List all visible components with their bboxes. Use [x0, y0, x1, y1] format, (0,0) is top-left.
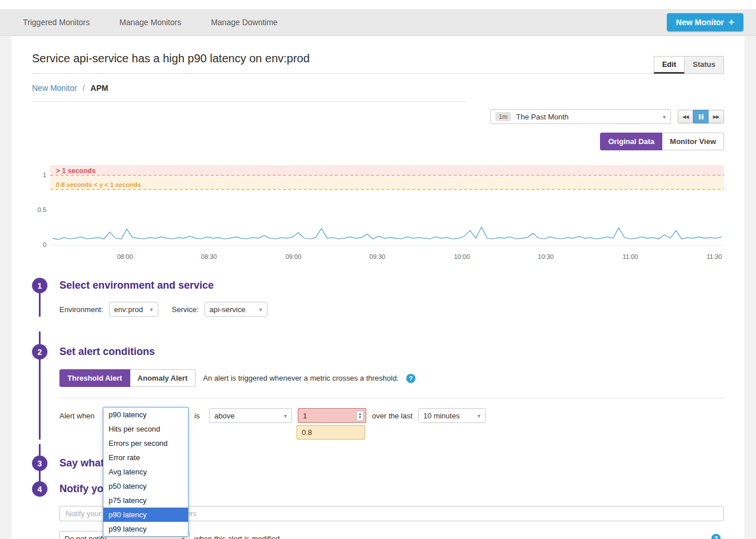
chevron-down-icon: ▾ — [284, 413, 287, 419]
metric-option[interactable]: Avg latency — [103, 465, 188, 479]
nav-manage-monitors[interactable]: Manage Monitors — [119, 18, 181, 27]
condition-select[interactable]: above ▾ — [209, 408, 292, 423]
tab-edit[interactable]: Edit — [654, 56, 685, 74]
nav-manage-downtime[interactable]: Manage Downtime — [211, 18, 278, 27]
alert-zone-label: > 1 seconds — [56, 167, 96, 175]
latency-chart: 1 0.5 0 > 1 seconds 0.8 seconds < y < 1 … — [32, 164, 724, 264]
time-window-value: 10 minutes — [423, 412, 460, 420]
alert-when-label: Alert when — [59, 412, 97, 420]
rewind-button[interactable]: ◀◀ — [678, 110, 693, 123]
metric-option[interactable]: Error rate — [103, 450, 188, 465]
new-monitor-button[interactable]: New Monitor + — [667, 13, 743, 31]
metric-select-anchor: p90 latency Hits per second Errors per s… — [103, 408, 189, 423]
page-top-gutter — [0, 0, 756, 9]
x-axis-tick: 09:30 — [370, 253, 386, 260]
chevron-down-icon: ▾ — [259, 306, 262, 313]
section-divider — [32, 101, 466, 102]
pause-button[interactable] — [693, 110, 709, 123]
x-axis-tick: 10:00 — [454, 253, 470, 260]
metric-option[interactable]: Errors per second — [103, 436, 188, 450]
step-select-environment: 1 Select environment and service Environ… — [32, 278, 724, 317]
step-2-header: 2 Set alert conditions — [32, 344, 724, 360]
monitor-view-button[interactable]: Monitor View — [662, 133, 724, 150]
metric-option[interactable]: p75 latency — [103, 493, 188, 508]
alert-type-description: An alert is triggered whenever a metric … — [203, 374, 399, 382]
step-set-alert-conditions: 2 Set alert conditions Threshold Alert A… — [32, 332, 724, 440]
warning-zone-label: 0.8 seconds < y < 1 seconds — [56, 181, 141, 188]
alert-type-toggle: Threshold Alert Anomaly Alert — [59, 369, 195, 387]
metric-select-value[interactable]: p90 latency — [103, 408, 188, 422]
step-1-header: 1 Select environment and service — [32, 278, 724, 293]
breadcrumb: New Monitor / APM — [32, 83, 724, 93]
y-axis-tick: 0 — [32, 241, 46, 248]
environment-select[interactable]: env:prod ▾ — [109, 302, 158, 317]
monitor-editor-card: Service api-service has a high p90 laten… — [11, 36, 745, 539]
alert-type-row: Threshold Alert Anomaly Alert An alert i… — [59, 369, 724, 387]
stepper-down-icon: ▼ — [358, 416, 362, 419]
step-4-number: 4 — [32, 481, 47, 497]
nav-triggered-monitors[interactable]: Triggered Monitors — [23, 18, 90, 27]
anomaly-alert-button[interactable]: Anomaly Alert — [130, 369, 196, 387]
y-axis-tick: 0.5 — [32, 206, 46, 213]
playback-controls: ◀◀ ▶▶ — [678, 110, 724, 123]
x-axis-tick: 10:30 — [538, 253, 554, 260]
time-range-label: The Past Month — [516, 113, 569, 121]
title-row: Service api-service has a high p90 laten… — [32, 52, 724, 74]
warning-threshold-row: 0.8 — [297, 425, 724, 440]
latency-series-line — [53, 227, 722, 239]
edit-status-tabs: Edit Status — [654, 56, 724, 73]
time-window-select[interactable]: 10 minutes ▾ — [418, 408, 486, 423]
over-the-last-label: over the last — [372, 412, 413, 420]
modify-notify-select-value: Do not notify — [65, 534, 106, 539]
chevron-down-icon: ▾ — [478, 413, 481, 419]
warning-threshold-input[interactable]: 0.8 — [297, 425, 365, 440]
alert-condition-row: Alert when p90 latency Hits per second E… — [59, 408, 724, 423]
time-range-select[interactable]: 1m The Past Month ▾ — [490, 109, 671, 124]
alert-threshold-value: 1 — [303, 412, 307, 420]
metric-option[interactable]: p99 latency — [103, 522, 188, 536]
chevron-down-icon: ▾ — [150, 306, 153, 313]
original-data-button[interactable]: Original Data — [600, 133, 662, 150]
condition-select-value: above — [214, 412, 234, 420]
environment-select-value: env:prod — [114, 305, 143, 314]
plus-icon: + — [729, 19, 734, 26]
pause-icon — [699, 114, 703, 119]
metric-select-open[interactable]: p90 latency Hits per second Errors per s… — [103, 407, 189, 537]
help-icon[interactable]: ? — [711, 534, 721, 539]
chart-canvas: > 1 seconds 0.8 seconds < y < 1 seconds … — [50, 164, 724, 262]
x-axis-tick: 08:00 — [117, 253, 133, 260]
environment-service-row: Environment: env:prod ▾ Service: api-ser… — [59, 302, 724, 317]
step-1-number: 1 — [32, 278, 47, 293]
x-axis-tick: 11:30 — [706, 253, 722, 260]
x-axis-tick: 09:00 — [286, 253, 302, 260]
conditions-divider — [59, 398, 724, 398]
tab-status[interactable]: Status — [685, 56, 724, 74]
new-monitor-label: New Monitor — [676, 18, 724, 27]
step-3-number: 3 — [32, 456, 47, 471]
breadcrumb-current-apm: APM — [90, 83, 108, 93]
help-icon[interactable]: ? — [406, 374, 415, 383]
x-axis-tick: 11:00 — [623, 253, 638, 260]
metric-option[interactable]: Hits per second — [103, 422, 188, 436]
threshold-alert-button[interactable]: Threshold Alert — [59, 369, 130, 387]
service-label: Service: — [172, 305, 199, 314]
number-stepper[interactable]: ▲ ▼ — [356, 410, 364, 421]
breadcrumb-new-monitor-link[interactable]: New Monitor — [32, 83, 77, 93]
view-toggle-row: Original Data Monitor View — [32, 133, 724, 150]
forward-button[interactable]: ▶▶ — [709, 110, 724, 123]
time-range-badge: 1m — [495, 112, 511, 121]
metric-option-highlighted[interactable]: p90 latency — [103, 508, 188, 522]
top-navigation: Triggered Monitors Manage Monitors Manag… — [0, 9, 756, 36]
time-controls-row: 1m The Past Month ▾ ◀◀ ▶▶ — [32, 109, 724, 124]
breadcrumb-separator: / — [82, 83, 85, 93]
alert-threshold-input[interactable]: 1 ▲ ▼ — [298, 408, 366, 423]
metric-option[interactable]: p50 latency — [103, 479, 188, 493]
environment-label: Environment: — [59, 305, 103, 314]
modify-notify-suffix: when this alert is modified — [194, 534, 280, 539]
service-select[interactable]: api-service ▾ — [205, 302, 267, 317]
page-title: Service api-service has a high p90 laten… — [32, 52, 310, 73]
is-label: is — [194, 412, 203, 420]
step-1-title: Select environment and service — [59, 280, 214, 292]
monitor-steps: 1 Select environment and service Environ… — [32, 278, 724, 539]
y-axis-tick: 1 — [32, 171, 46, 178]
